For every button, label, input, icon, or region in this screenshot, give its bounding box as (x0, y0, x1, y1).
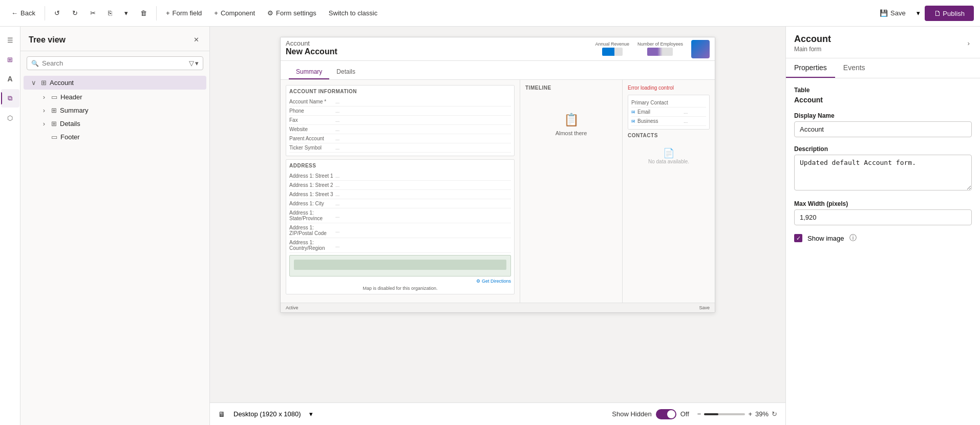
field-label-3: Website (289, 126, 335, 132)
sidebar-item-footer[interactable]: › ▭ Footer (34, 131, 206, 143)
timeline-icon: 📋 (564, 113, 579, 127)
kpi-employees-bar (647, 48, 673, 56)
max-width-field-group: Max Width (pixels) (794, 200, 972, 225)
address-fields-container: Address 1: Street 1...Address 1: Street … (289, 172, 511, 253)
field-label-0: Account Name * (289, 99, 335, 104)
addr-label-6: Address 1: Country/Region (289, 240, 335, 251)
info-icon[interactable]: ⓘ (849, 233, 857, 243)
nav-icon-text[interactable]: A (1, 70, 19, 88)
preview-kpi-revenue: Annual Revenue (595, 41, 629, 57)
status-badge: Active (286, 305, 299, 310)
publish-icon: 🗋 (934, 9, 941, 17)
redo-button[interactable]: ↻ (67, 6, 83, 20)
contacts-section-title: CONTACTS (628, 133, 710, 138)
account-field-5: Ticker Symbol... (289, 143, 511, 153)
form-settings-button[interactable]: ⚙ Form settings (262, 6, 322, 20)
account-grid-icon: ⊞ (41, 79, 47, 87)
save-button[interactable]: 💾 Save (874, 6, 912, 20)
field-dots-3: ... (335, 126, 339, 132)
sidebar-item-details-label: Details (60, 120, 80, 128)
paste-icon: ⎘ (108, 9, 112, 17)
field-dots-1: ... (335, 108, 339, 114)
field-label-5: Ticker Symbol (289, 145, 335, 151)
details-grid-icon: ⊞ (51, 120, 57, 128)
search-input[interactable] (42, 59, 186, 67)
save-dropdown-button[interactable]: ▾ (914, 6, 923, 20)
right-panel-expand-button[interactable]: › (966, 37, 972, 49)
preview-tabs: Summary Details (289, 65, 707, 79)
back-button[interactable]: ← Back (6, 6, 40, 20)
show-image-checkbox[interactable]: ✓ (794, 234, 802, 242)
field-dots-2: ... (335, 117, 339, 123)
delete-button[interactable]: 🗑 (135, 6, 152, 20)
add-form-field-button[interactable]: + Form field (161, 6, 207, 20)
paste-button[interactable]: ⎘ (103, 6, 117, 20)
business-icon: ✉ (631, 119, 635, 124)
field-dots-5: ... (335, 145, 339, 151)
preview-save-label: Save (699, 305, 710, 310)
switch-to-classic-button[interactable]: Switch to classic (324, 6, 382, 20)
rotate-icon[interactable]: ↻ (772, 410, 777, 418)
nav-icon-layers[interactable]: ⧉ (1, 89, 19, 108)
publish-button[interactable]: 🗋 Publish (925, 6, 974, 21)
preview-footer: Active Save (281, 303, 715, 312)
business-dots: ... (684, 118, 688, 124)
zoom-minus-icon[interactable]: − (697, 410, 701, 418)
sidebar-item-summary[interactable]: › ⊞ Summary (34, 104, 206, 117)
undo-button[interactable]: ↺ (49, 6, 65, 20)
account-info-title: ACCOUNT INFORMATION (289, 89, 511, 94)
sidebar-item-account-label: Account (50, 79, 74, 87)
addr-dots-5: ... (335, 228, 339, 233)
back-label: Back (20, 9, 35, 17)
address-field-0: Address 1: Street 1... (289, 172, 511, 181)
right-tab-properties[interactable]: Properties (786, 58, 835, 78)
sidebar-icons: ✕ (191, 34, 201, 46)
nav-icon-table[interactable]: ⊞ (1, 50, 19, 69)
toggle-state-label: Off (680, 410, 689, 418)
address-field-3: Address 1: City... (289, 199, 511, 208)
account-field-3: Website... (289, 125, 511, 134)
search-icon: 🔍 (31, 60, 39, 67)
zoom-slider[interactable] (704, 413, 745, 415)
zoom-fill (704, 413, 718, 415)
preview-primary-contact-section: Primary Contact ✉ Email ... ✉ Business .… (628, 95, 710, 130)
desktop-dropdown-icon[interactable]: ▾ (309, 410, 313, 418)
address-field-6: Address 1: Country/Region... (289, 238, 511, 253)
primary-contact-field: Primary Contact (631, 98, 706, 108)
add-component-button[interactable]: + Component (209, 6, 260, 20)
zoom-plus-icon[interactable]: + (748, 410, 752, 418)
sidebar-item-account[interactable]: ∨ ⊞ Account (24, 76, 206, 90)
text-icon: A (7, 75, 12, 83)
sidebar-close-button[interactable]: ✕ (191, 34, 201, 46)
display-name-input[interactable] (794, 121, 972, 137)
preview-top-bar: Account New Account Annual Revenue Numbe… (281, 37, 715, 61)
right-tab-events[interactable]: Events (835, 58, 874, 78)
chevron-right-icon-summary: › (40, 107, 48, 114)
cut-button[interactable]: ✂ (85, 6, 101, 20)
email-field: ✉ Email ... (631, 108, 706, 117)
primary-contact-label: Primary Contact (631, 100, 677, 105)
sidebar-children: › ▭ Header › ⊞ Summary › ⊞ Details › ▭ (20, 90, 209, 144)
save-label: Save (890, 9, 906, 17)
dropdown-button[interactable]: ▾ (119, 6, 133, 20)
preview-tab-details[interactable]: Details (329, 65, 363, 79)
display-name-label: Display Name (794, 112, 972, 119)
desktop-selector[interactable]: Desktop (1920 x 1080) (233, 410, 301, 418)
field-label-1: Phone (289, 108, 335, 114)
table-field-group: Table Account (794, 87, 972, 104)
chevron-down-icon: ∨ (30, 79, 38, 87)
nav-icon-component[interactable]: ⬡ (1, 109, 19, 127)
sidebar-item-header[interactable]: › ▭ Header (34, 91, 206, 103)
get-directions[interactable]: ⚙ Get Directions (289, 279, 511, 284)
description-textarea[interactable]: Updated default Account form. (794, 155, 972, 190)
preview-tab-summary[interactable]: Summary (289, 65, 329, 79)
sidebar-item-details[interactable]: › ⊞ Details (34, 117, 206, 130)
check-icon: ✓ (796, 235, 801, 242)
nav-icon-hamburger[interactable]: ☰ (1, 31, 19, 49)
show-hidden-toggle[interactable] (656, 409, 676, 419)
max-width-label: Max Width (pixels) (794, 200, 972, 207)
filter-button[interactable]: ▽ ▾ (189, 59, 199, 67)
max-width-input[interactable] (794, 209, 972, 225)
canvas-content[interactable]: Account New Account Annual Revenue Numbe… (210, 27, 785, 402)
sidebar-item-footer-label: Footer (60, 133, 80, 141)
